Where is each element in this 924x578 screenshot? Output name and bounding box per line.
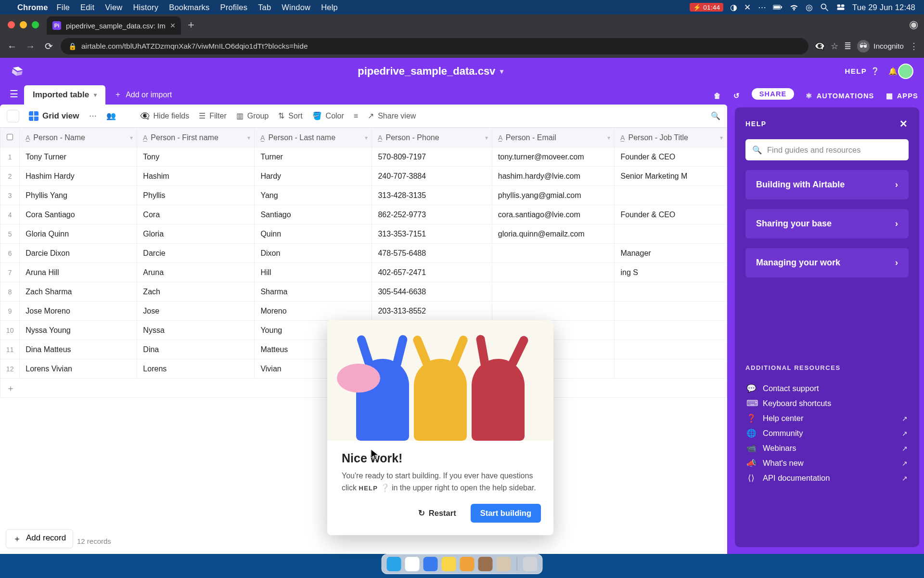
cell-first[interactable]: Dina bbox=[137, 340, 255, 359]
cell-email[interactable]: cora.santiago@lvie.com bbox=[492, 205, 615, 224]
cell-name[interactable]: Zach Sharma bbox=[20, 282, 137, 302]
menubar-battery[interactable]: ⚡01:44 bbox=[690, 3, 723, 12]
cell-name[interactable]: Lorens Vivian bbox=[20, 359, 137, 379]
menu-view[interactable]: View bbox=[105, 3, 122, 12]
cell-phone[interactable]: 402-657-2471 bbox=[372, 263, 492, 282]
table-row[interactable]: 8Zach SharmaZachSharma305-544-6638 bbox=[0, 282, 727, 302]
nav-reload-button[interactable]: ⟳ bbox=[42, 40, 55, 52]
chevron-down-icon[interactable]: ▾ bbox=[485, 134, 488, 141]
new-tab-button[interactable]: ＋ bbox=[186, 17, 196, 32]
cell-job[interactable] bbox=[615, 282, 727, 302]
cell-email[interactable] bbox=[492, 282, 615, 302]
help-link[interactable]: 💬Contact support bbox=[745, 381, 909, 396]
collaborators-button[interactable]: 👥 bbox=[106, 111, 116, 120]
row-number[interactable]: 1 bbox=[0, 147, 20, 167]
window-controls[interactable] bbox=[8, 21, 39, 28]
menu-history[interactable]: History bbox=[133, 3, 158, 12]
apps-button[interactable]: ▦APPS bbox=[886, 92, 919, 100]
cell-last[interactable]: Dixon bbox=[255, 244, 372, 263]
close-icon[interactable]: ✕ bbox=[899, 118, 909, 130]
row-number[interactable]: 7 bbox=[0, 263, 20, 282]
cell-last[interactable]: Yang bbox=[255, 186, 372, 205]
filter-button[interactable]: ☰Filter bbox=[199, 111, 227, 120]
cell-last[interactable]: Sharma bbox=[255, 282, 372, 302]
restart-button[interactable]: ↻Restart bbox=[409, 504, 466, 523]
chevron-down-icon[interactable]: ▾ bbox=[365, 134, 368, 141]
window-close[interactable] bbox=[8, 21, 15, 28]
cell-first[interactable]: Lorens bbox=[137, 359, 255, 379]
cell-first[interactable]: Darcie bbox=[137, 244, 255, 263]
add-record-button[interactable]: ＋Add record bbox=[6, 529, 73, 548]
row-number[interactable]: 4 bbox=[0, 205, 20, 224]
help-link[interactable]: ❓Help center↗ bbox=[745, 411, 909, 426]
table-row[interactable]: 1Tony TurnerTonyTurner570-809-7197tony.t… bbox=[0, 147, 727, 167]
group-button[interactable]: ▥Group bbox=[236, 111, 269, 120]
cell-phone[interactable]: 478-575-6488 bbox=[372, 244, 492, 263]
menu-profiles[interactable]: Profiles bbox=[220, 3, 248, 12]
cell-phone[interactable]: 203-313-8552 bbox=[372, 302, 492, 321]
help-link[interactable]: 🌐Community↗ bbox=[745, 426, 909, 441]
column-header[interactable]: A̲Person - Phone▾ bbox=[372, 128, 492, 147]
menubar-status-icon[interactable]: ◑ bbox=[730, 3, 737, 12]
row-number[interactable]: 5 bbox=[0, 224, 20, 244]
table-row[interactable]: 6Darcie DixonDarcieDixon478-575-6488Mana… bbox=[0, 244, 727, 263]
cell-last[interactable]: Turner bbox=[255, 147, 372, 167]
cell-name[interactable]: Darcie Dixon bbox=[20, 244, 137, 263]
browser-tab[interactable]: Pi pipedrive_sample_data.csv: Im × bbox=[47, 16, 181, 35]
menubar-status-icon[interactable]: ✕ bbox=[744, 3, 751, 12]
cell-job[interactable]: Senior Marketing M bbox=[615, 167, 727, 186]
help-link[interactable]: ⟨⟩API documentation↗ bbox=[745, 471, 909, 486]
cell-name[interactable]: Hashim Hardy bbox=[20, 167, 137, 186]
sort-button[interactable]: ⇅Sort bbox=[278, 111, 302, 120]
window-minimize[interactable] bbox=[20, 21, 27, 28]
column-header[interactable]: A̲Person - Name▾ bbox=[20, 128, 137, 147]
help-button[interactable]: HELP ❔ bbox=[845, 67, 881, 76]
column-header[interactable]: A̲Person - Job Title▾ bbox=[615, 128, 727, 147]
incognito-badge[interactable]: 🕶 Incognito bbox=[857, 40, 904, 53]
cell-phone[interactable]: 570-809-7197 bbox=[372, 147, 492, 167]
share-view-button[interactable]: ↗Share view bbox=[368, 111, 416, 120]
help-link[interactable]: ⌨Keyboard shortcuts bbox=[745, 396, 909, 411]
cell-name[interactable]: Cora Santiago bbox=[20, 205, 137, 224]
cell-email[interactable] bbox=[492, 244, 615, 263]
dock-app[interactable] bbox=[424, 557, 438, 571]
column-header[interactable]: A̲Person - First name▾ bbox=[137, 128, 255, 147]
table-row[interactable]: 3Phyllis YangPhyllisYang313-428-3135phyl… bbox=[0, 186, 727, 205]
cell-first[interactable]: Cora bbox=[137, 205, 255, 224]
automations-button[interactable]: ⚛AUTOMATIONS bbox=[806, 92, 874, 100]
view-switcher[interactable]: Grid view bbox=[29, 111, 79, 121]
cell-job[interactable]: ing S bbox=[615, 263, 727, 282]
cell-email[interactable] bbox=[492, 302, 615, 321]
help-link[interactable]: 📣What's new↗ bbox=[745, 456, 909, 471]
row-number[interactable]: 10 bbox=[0, 321, 20, 340]
bookmark-star-icon[interactable]: ☆ bbox=[831, 41, 838, 52]
nav-forward-button[interactable]: → bbox=[24, 41, 37, 52]
hide-fields-button[interactable]: 👁‍🗨Hide fields bbox=[140, 111, 190, 120]
cell-first[interactable]: Phyllis bbox=[137, 186, 255, 205]
table-tab-active[interactable]: Imported table▾ bbox=[24, 85, 105, 105]
column-header[interactable]: A̲Person - Email▾ bbox=[492, 128, 615, 147]
cell-email[interactable]: phyllis.yang@gmial.com bbox=[492, 186, 615, 205]
cell-first[interactable]: Zach bbox=[137, 282, 255, 302]
color-button[interactable]: 🪣Color bbox=[312, 111, 344, 120]
menubar-control-icon[interactable] bbox=[836, 2, 846, 12]
menu-bookmarks[interactable]: Bookmarks bbox=[169, 3, 209, 12]
column-header[interactable]: A̲Person - Last name▾ bbox=[255, 128, 372, 147]
menu-edit[interactable]: Edit bbox=[80, 3, 94, 12]
dock-app[interactable] bbox=[478, 557, 493, 571]
menu-tab[interactable]: Tab bbox=[258, 3, 271, 12]
dock-app[interactable] bbox=[460, 557, 475, 571]
account-avatar[interactable] bbox=[898, 64, 913, 79]
extension-icon[interactable]: 👁‍🗨 bbox=[814, 41, 825, 52]
cell-email[interactable]: gloria.quinn@emailz.com bbox=[492, 224, 615, 244]
cell-last[interactable]: Hardy bbox=[255, 167, 372, 186]
cell-phone[interactable]: 313-353-7151 bbox=[372, 224, 492, 244]
cell-name[interactable]: Phyllis Yang bbox=[20, 186, 137, 205]
cell-first[interactable]: Jose bbox=[137, 302, 255, 321]
cell-job[interactable] bbox=[615, 359, 727, 379]
airtable-logo-icon[interactable] bbox=[9, 63, 25, 79]
menu-window[interactable]: Window bbox=[282, 3, 310, 12]
cell-phone[interactable]: 862-252-9773 bbox=[372, 205, 492, 224]
notifications-button[interactable]: 🔔 bbox=[888, 67, 898, 76]
view-menu-button[interactable]: ⋯ bbox=[89, 111, 97, 120]
